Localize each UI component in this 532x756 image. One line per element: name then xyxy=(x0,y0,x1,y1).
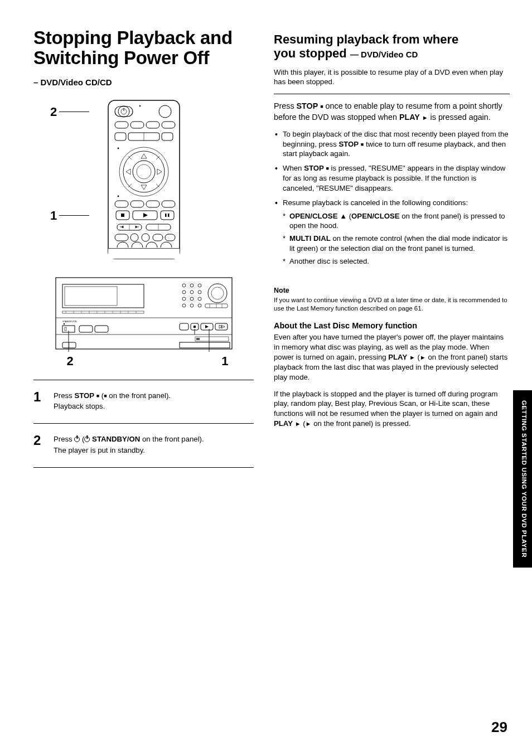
svg-rect-63 xyxy=(62,311,144,313)
svg-rect-28 xyxy=(161,211,174,220)
svg-rect-26 xyxy=(121,214,124,217)
play-icon: ► xyxy=(409,354,415,361)
list-item: When STOP ■ is pressed, "RESUME" appears… xyxy=(274,163,510,193)
front-panel-diagram: STANDBY/ON xyxy=(55,277,233,369)
svg-rect-41 xyxy=(108,249,180,259)
about-p2: If the playback is stopped and the playe… xyxy=(274,389,510,429)
svg-rect-21 xyxy=(115,201,128,207)
power-icon xyxy=(84,437,90,442)
step-1: 1 Press STOP ■ (■ on the front panel). P… xyxy=(33,385,254,419)
stop-icon: ■ xyxy=(96,393,99,399)
list-item: MULTI DIAL on the remote control (when t… xyxy=(283,234,510,254)
remote-diagram: 2 1 xyxy=(33,98,254,260)
stop-icon: ■ xyxy=(326,166,328,171)
svg-text:STANDBY/ON: STANDBY/ON xyxy=(62,320,77,323)
svg-point-20 xyxy=(117,195,119,197)
stop-icon: ■ xyxy=(320,104,323,109)
eject-icon: ▲ xyxy=(340,212,347,220)
page-number: 29 xyxy=(491,719,507,736)
svg-point-76 xyxy=(63,323,64,324)
svg-rect-24 xyxy=(162,201,175,207)
svg-rect-9 xyxy=(162,122,175,128)
svg-rect-6 xyxy=(115,122,128,128)
play-icon: ► xyxy=(295,420,301,427)
svg-rect-7 xyxy=(130,122,144,128)
svg-rect-29 xyxy=(165,214,167,217)
page-title: Stopping Playback and Switching Power Of… xyxy=(33,28,254,69)
svg-rect-38 xyxy=(153,234,163,241)
svg-point-46 xyxy=(211,287,224,299)
section-tab: GETTING STARTED USING YOUR DVD PLAYER xyxy=(513,390,532,568)
svg-rect-13 xyxy=(162,133,173,140)
panel-callout-left: 2 xyxy=(67,354,74,369)
svg-rect-79 xyxy=(79,326,93,332)
bullet-list: To begin playback of the disc that most … xyxy=(274,129,510,266)
play-icon: ► xyxy=(422,114,428,121)
svg-rect-39 xyxy=(165,234,175,241)
svg-rect-10 xyxy=(115,133,126,140)
stop-icon: ■ xyxy=(104,393,107,399)
svg-rect-91 xyxy=(180,342,230,348)
svg-rect-88 xyxy=(196,338,200,340)
svg-rect-80 xyxy=(95,326,108,332)
section-heading: Resuming playback from where you stopped… xyxy=(274,32,510,61)
svg-rect-8 xyxy=(146,122,159,128)
step-2: 2 Press ( STANDBY/ON on the front panel)… xyxy=(33,428,254,463)
svg-rect-81 xyxy=(180,323,188,330)
list-item: Resume playback is canceled in the follo… xyxy=(274,198,510,266)
list-item: OPEN/CLOSE ▲ (OPEN/CLOSE on the front pa… xyxy=(283,211,510,231)
play-icon: ► xyxy=(420,354,426,361)
svg-rect-78 xyxy=(65,327,66,331)
subtitle: – DVD/Video CD/CD xyxy=(33,77,254,87)
svg-rect-44 xyxy=(65,287,117,306)
svg-rect-22 xyxy=(130,201,144,207)
panel-callout-right: 1 xyxy=(221,354,228,369)
intro-text: With this player, it is possible to resu… xyxy=(274,67,510,88)
svg-point-5 xyxy=(139,105,140,106)
svg-point-18 xyxy=(137,164,151,179)
svg-rect-87 xyxy=(195,337,229,341)
instruction-text: Press STOP ■ once to enable play to resu… xyxy=(274,101,510,123)
svg-rect-23 xyxy=(146,201,159,207)
stop-icon: ■ xyxy=(361,142,364,147)
note-heading: Note xyxy=(274,287,510,294)
svg-rect-83 xyxy=(194,326,196,328)
about-heading: About the Last Disc Memory function xyxy=(274,321,510,330)
svg-point-36 xyxy=(130,234,138,241)
svg-point-4 xyxy=(159,105,171,118)
note-text: If you want to continue viewing a DVD at… xyxy=(274,296,510,313)
svg-point-19 xyxy=(117,147,119,149)
play-icon: ► xyxy=(306,420,312,427)
list-item: Another disc is selected. xyxy=(283,256,510,266)
svg-point-37 xyxy=(142,234,149,241)
about-p1: Even after you have turned the player's … xyxy=(274,332,510,382)
svg-rect-30 xyxy=(168,214,170,217)
power-icon xyxy=(74,437,80,442)
svg-rect-35 xyxy=(115,234,128,241)
list-item: To begin playback of the disc that most … xyxy=(274,129,510,159)
